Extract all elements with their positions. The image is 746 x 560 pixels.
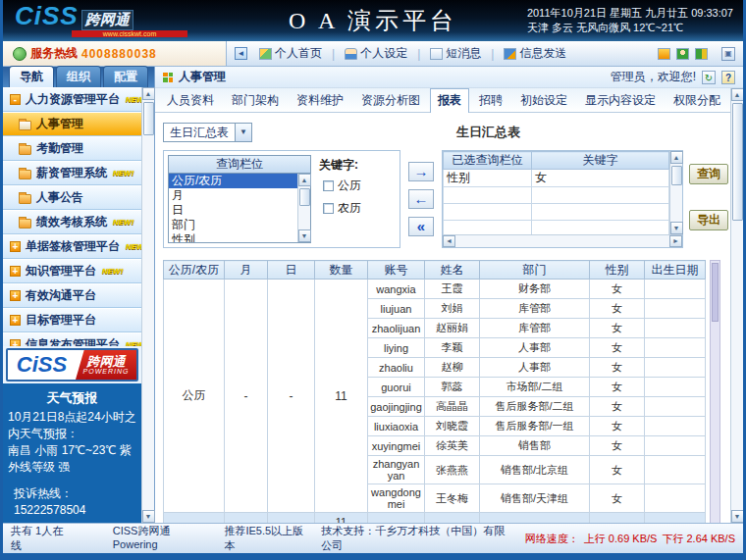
folder-icon bbox=[19, 219, 31, 229]
sidebar-item[interactable]: +有效沟通平台 bbox=[3, 283, 141, 308]
scroll-thumb[interactable] bbox=[671, 166, 682, 185]
criteria-row[interactable] bbox=[444, 187, 669, 204]
listbox-item[interactable]: 公历/农历 bbox=[169, 174, 297, 188]
scroll-down-icon[interactable]: ▼ bbox=[142, 510, 155, 523]
criteria-scrollbar[interactable]: ▲ ▼ bbox=[669, 151, 682, 234]
module-tab[interactable]: 初始设定 bbox=[512, 88, 575, 112]
sidebar-tab[interactable]: 配置 bbox=[103, 66, 148, 87]
sidebar-item[interactable]: +知识管理平台NEW! bbox=[3, 259, 141, 283]
toolbar-link[interactable]: 信息发送 bbox=[500, 45, 570, 62]
toolbar: 服务热线 4008880038 ◄ 个人首页|个人设定|短消息|信息发送 ▣ bbox=[3, 41, 743, 67]
footer-cell bbox=[645, 513, 706, 524]
logout-icon[interactable] bbox=[695, 48, 708, 60]
sidebar-item-label: 单据签核管理平台 bbox=[26, 238, 120, 255]
scroll-up-icon[interactable]: ▲ bbox=[670, 151, 683, 164]
account-cell: liuxiaoxia bbox=[368, 417, 425, 436]
export-button[interactable]: 导出 bbox=[689, 210, 728, 230]
add-criteria-button[interactable]: → bbox=[408, 162, 434, 181]
sidebar-item[interactable]: 薪资管理系统NEW! bbox=[3, 161, 141, 185]
toolbar-link-label: 短消息 bbox=[446, 45, 481, 62]
query-button[interactable]: 查询 bbox=[689, 164, 728, 184]
criteria-cell: 性别 bbox=[444, 170, 532, 187]
name-cell: 徐英美 bbox=[425, 436, 480, 456]
keyword-checkbox[interactable]: 农历 bbox=[323, 200, 361, 217]
scroll-thumb[interactable] bbox=[299, 188, 310, 206]
help-icon[interactable]: ? bbox=[721, 71, 735, 84]
criteria-cell bbox=[532, 187, 669, 204]
sidebar-tab[interactable]: 组织 bbox=[56, 66, 101, 87]
table-column-header: 姓名 bbox=[425, 261, 480, 280]
main-scrollbar[interactable]: ▲ ▼ bbox=[730, 88, 743, 523]
scroll-down-icon[interactable]: ▼ bbox=[670, 222, 683, 234]
scroll-up-icon[interactable]: ▲ bbox=[142, 87, 155, 100]
online-users-icon[interactable] bbox=[676, 48, 689, 60]
sidebar-scrollbar[interactable]: ▲ ▼ bbox=[141, 87, 154, 523]
report-type-select[interactable]: 生日汇总表 ▼ bbox=[163, 123, 252, 142]
scroll-down-icon[interactable]: ▼ bbox=[731, 510, 744, 523]
toolbar-link[interactable]: 个人设定 bbox=[341, 45, 411, 62]
panel-toggle-icon[interactable]: ◄ bbox=[235, 47, 247, 60]
toolbar-link[interactable]: 短消息 bbox=[426, 45, 485, 62]
sidebar-item[interactable]: 人事公告 bbox=[3, 185, 141, 210]
listbox-item[interactable]: 月 bbox=[169, 188, 297, 203]
sidebar-item[interactable]: 考勤管理 bbox=[3, 136, 141, 161]
sidebar-item[interactable]: 人事管理 bbox=[3, 112, 141, 136]
sidebar-menu: -人力资源管理平台NEW!人事管理考勤管理薪资管理系统NEW!人事公告绩效考核系… bbox=[3, 87, 141, 346]
quick-nav-icon[interactable] bbox=[658, 48, 670, 60]
listbox-item[interactable]: 日 bbox=[169, 203, 297, 218]
scroll-down-icon[interactable]: ▼ bbox=[298, 229, 311, 242]
report-type-value: 生日汇总表 bbox=[164, 125, 235, 141]
module-tab[interactable]: 招聘 bbox=[471, 88, 510, 112]
sidebar-item[interactable]: +信息发布管理平台NEW! bbox=[3, 332, 141, 346]
scroll-thumb[interactable] bbox=[143, 102, 154, 135]
sidebar-item[interactable]: +单据签核管理平台NEW! bbox=[3, 234, 141, 259]
checkbox-icon[interactable] bbox=[323, 180, 334, 191]
dept-cell: 销售部 bbox=[480, 436, 590, 456]
scroll-up-icon[interactable]: ▲ bbox=[298, 174, 311, 186]
collapse-panel-icon[interactable]: ▣ bbox=[721, 47, 735, 61]
module-tab[interactable]: 资源分析图 bbox=[353, 88, 428, 112]
refresh-icon[interactable]: ↻ bbox=[702, 71, 716, 84]
footer-cell bbox=[480, 513, 590, 524]
module-tab[interactable]: 部门架构 bbox=[224, 88, 287, 112]
remove-all-criteria-button[interactable]: « bbox=[408, 217, 434, 236]
module-tab[interactable]: 人员资料 bbox=[159, 88, 222, 112]
footer-cell bbox=[164, 513, 225, 524]
scroll-left-icon[interactable]: ◄ bbox=[443, 235, 455, 247]
footer-cell bbox=[368, 513, 425, 524]
criteria-row[interactable]: 性别女 bbox=[444, 170, 669, 187]
sidebar-item[interactable]: 绩效考核系统NEW! bbox=[3, 210, 141, 234]
sidebar-item[interactable]: +目标管理平台 bbox=[3, 308, 141, 332]
keyword-checkbox[interactable]: 公历 bbox=[323, 178, 361, 194]
module-tab[interactable]: 权限分配 bbox=[666, 88, 728, 112]
sidebar-brand-logo: CiSS 跨网通 POWERING bbox=[6, 348, 138, 382]
criteria-hscrollbar[interactable]: ◄ ► bbox=[443, 234, 682, 247]
module-tab[interactable]: 资料维护 bbox=[289, 88, 351, 112]
home-icon bbox=[259, 48, 272, 60]
checkbox-icon[interactable] bbox=[323, 203, 334, 214]
scroll-up-icon[interactable]: ▲ bbox=[731, 88, 744, 101]
criteria-cell bbox=[444, 187, 532, 204]
module-tab[interactable]: 报表 bbox=[430, 88, 469, 113]
name-cell: 刘晓霞 bbox=[425, 417, 480, 436]
table-row[interactable]: 公历--11wangxia王霞财务部女 bbox=[164, 280, 706, 299]
scroll-thumb[interactable] bbox=[732, 103, 743, 221]
tech-support-text: 技术支持：千乡万才科技（中国）有限公司 bbox=[321, 524, 511, 553]
listbox-scrollbar[interactable]: ▲ ▼ bbox=[297, 174, 310, 242]
module-tab[interactable]: 显示内容设定 bbox=[577, 88, 664, 112]
new-badge: NEW! bbox=[126, 242, 141, 251]
scroll-thumb[interactable] bbox=[712, 263, 719, 322]
account-cell: xuyingmei bbox=[368, 436, 425, 456]
group-cell-calendar: 公历 bbox=[164, 280, 225, 513]
sidebar-item-label: 人事公告 bbox=[36, 189, 83, 206]
weather-forecast-line2: 南昌 小雨 17℃~23℃ 紫外线等级 强 bbox=[8, 442, 136, 476]
listbox-item[interactable]: 性别 bbox=[169, 232, 297, 242]
sidebar-tab[interactable]: 导航 bbox=[9, 66, 54, 87]
remove-criteria-button[interactable]: ← bbox=[408, 189, 434, 209]
scroll-right-icon[interactable]: ► bbox=[669, 235, 682, 247]
listbox-item[interactable]: 部门 bbox=[169, 218, 297, 232]
table-scrollbar[interactable] bbox=[710, 260, 720, 523]
sidebar-item[interactable]: -人力资源管理平台NEW! bbox=[3, 87, 141, 112]
criteria-row[interactable] bbox=[444, 204, 669, 221]
toolbar-link[interactable]: 个人首页 bbox=[255, 45, 326, 62]
